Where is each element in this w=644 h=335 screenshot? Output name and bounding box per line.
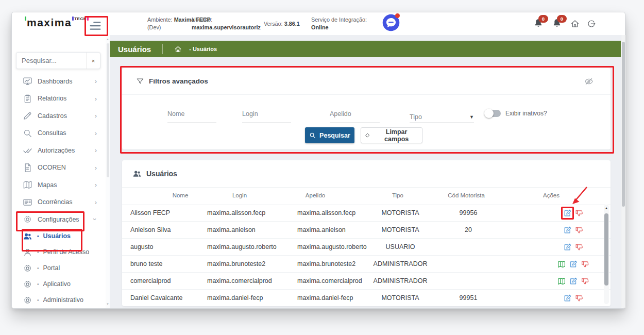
map-icon[interactable] xyxy=(557,277,566,286)
sidebar-search-input[interactable] xyxy=(16,57,86,64)
edit-icon[interactable] xyxy=(569,277,578,286)
table-scrollbar-thumb[interactable] xyxy=(604,213,608,286)
page-scrollbar[interactable] xyxy=(621,35,625,308)
maxima-tech-logo: maximaTECH xyxy=(24,16,89,29)
apelido-field[interactable] xyxy=(330,107,380,123)
edit-icon[interactable] xyxy=(563,226,572,234)
sidebar-item-cadastros[interactable]: Cadastros› xyxy=(12,107,106,125)
sidebar-item-relatorios[interactable]: Relatórios› xyxy=(12,90,106,108)
pesquisar-button[interactable]: Pesquisar xyxy=(305,127,354,143)
hide-filters-eye-slash-icon[interactable] xyxy=(584,77,594,86)
logo-text: maxima xyxy=(27,16,72,28)
sidebar-item-mapas[interactable]: Mapas› xyxy=(12,176,106,194)
home-icon[interactable] xyxy=(570,19,580,28)
document-icon xyxy=(23,163,32,173)
users-icon xyxy=(132,169,142,178)
sidebar-search-box: × xyxy=(16,52,100,69)
gear-icon xyxy=(23,214,32,224)
person-icon xyxy=(23,247,32,257)
table-row: Daniel Cavalcantemaxima.daniel-fecpmaxim… xyxy=(122,290,611,306)
column-header-tipo: Tipo xyxy=(392,192,403,198)
thumbs-down-icon[interactable] xyxy=(575,226,584,234)
sidebar-item-ocorrencias[interactable]: Ocorrências› xyxy=(12,194,106,211)
edit-icon[interactable] xyxy=(563,209,572,217)
edit-icon[interactable] xyxy=(563,294,572,303)
tipo-select-value: Tipo xyxy=(410,113,422,121)
gear-icon xyxy=(23,295,32,305)
scroll-up-icon[interactable]: ▲ xyxy=(106,38,110,41)
map-icon[interactable] xyxy=(557,260,566,269)
sidebar: × Dashboards›Relatórios›Cadastros›Consul… xyxy=(12,35,106,308)
tipo-select[interactable]: Tipo ▼ xyxy=(410,107,474,123)
sidebar-item-label: Relatórios xyxy=(38,95,66,102)
cell-apelido: maxima.daniel-fecp xyxy=(297,294,353,301)
main-content: Usuários - Usuários Filtros avançados xyxy=(110,35,621,308)
sidebar-subitem-administrativo[interactable]: •Administrativo xyxy=(12,292,106,308)
cell-tipo: ADMINISTRADOR xyxy=(374,277,428,284)
chart-board-icon xyxy=(23,76,32,86)
logo-tick-indigo xyxy=(72,16,74,21)
sidebar-item-dashboards[interactable]: Dashboards› xyxy=(12,73,106,90)
sidebar-item-configuracoes[interactable]: Configurações› xyxy=(12,211,106,228)
thumbs-down-icon[interactable] xyxy=(581,277,590,286)
exibir-inativos-toggle[interactable] xyxy=(485,110,501,117)
edit-icon[interactable] xyxy=(569,260,578,269)
nome-field[interactable] xyxy=(167,107,216,123)
table-row: bruno testemaxima.brunoteste2maxima.brun… xyxy=(122,256,611,273)
thumbs-down-icon[interactable] xyxy=(575,209,584,217)
row-actions xyxy=(563,205,584,221)
sidebar-subitem-usuarios[interactable]: •Usuários xyxy=(12,228,106,244)
sidebar-toggle-icon[interactable] xyxy=(87,18,104,31)
limpar-campos-button[interactable]: Limpar campos xyxy=(361,127,422,143)
users-icon xyxy=(23,231,32,241)
cell-tipo: MOTORISTA xyxy=(381,209,419,216)
clear-search-icon[interactable]: × xyxy=(86,53,100,69)
sidebar-subitem-portal[interactable]: •Portal xyxy=(12,260,106,276)
sidebar-item-label: Consultas xyxy=(38,129,66,137)
breadcrumb-home-icon[interactable] xyxy=(174,45,182,53)
notification-bell-icon[interactable]: 0 xyxy=(533,18,544,28)
sidebar-subitem-label: Administrativo xyxy=(43,296,84,304)
login-field[interactable] xyxy=(242,107,291,123)
scroll-down-icon[interactable]: ▼ xyxy=(106,303,110,306)
gear-icon xyxy=(23,279,32,289)
thumbs-down-icon[interactable] xyxy=(575,243,584,252)
titlebar-divider xyxy=(162,44,163,54)
sidebar-scrollbar-thumb[interactable] xyxy=(107,43,109,177)
edit-icon[interactable] xyxy=(563,243,572,252)
page-titlebar: Usuários - Usuários xyxy=(110,41,621,57)
row-actions xyxy=(563,290,584,306)
gear-icon xyxy=(23,263,32,273)
thumbs-down-icon[interactable] xyxy=(575,294,584,303)
cell-login: maxima.brunoteste2 xyxy=(207,260,265,267)
map-icon xyxy=(23,180,32,190)
chat-widget-icon[interactable] xyxy=(382,14,400,31)
sidebar-subitem-aplicativo[interactable]: •Aplicativo xyxy=(12,276,106,292)
cell-nome: Alisson FECP xyxy=(130,209,170,216)
row-actions xyxy=(557,256,590,272)
sidebar-item-consultas[interactable]: Consultas› xyxy=(12,125,106,142)
sidebar-nav: Dashboards›Relatórios›Cadastros›Consulta… xyxy=(12,73,106,308)
sidebar-subitem-perfil-de-acesso[interactable]: •Perfil de Acesso xyxy=(12,244,106,260)
thumbs-down-icon[interactable] xyxy=(581,260,590,269)
cell-cod: 20 xyxy=(465,226,472,233)
cell-cod: 99956 xyxy=(460,209,478,216)
page-title: Usuários xyxy=(118,45,151,54)
column-header-acoes: Ações xyxy=(543,192,560,198)
chevron-right-icon: › xyxy=(95,164,97,171)
logout-icon[interactable] xyxy=(587,19,596,28)
sidebar-scrollbar[interactable]: ▲ ▼ xyxy=(106,35,110,308)
sidebar-item-ocoren[interactable]: OCOREN› xyxy=(12,159,106,177)
sidebar-item-autorizacoes[interactable]: Autorizações› xyxy=(12,142,106,159)
cell-nome: bruno teste xyxy=(130,260,163,267)
table-scrollbar[interactable]: ▲ xyxy=(604,205,609,304)
bullet-icon: • xyxy=(37,281,39,287)
version-info: Versão: 3.86.1 xyxy=(264,20,300,28)
chevron-right-icon: › xyxy=(95,112,97,119)
column-header-nome: Nome xyxy=(173,192,189,198)
chevron-right-icon: › xyxy=(95,130,97,137)
page-scrollbar-thumb[interactable] xyxy=(622,42,625,207)
app-window: maximaTECH Ambiente: Maxima FECP (Dev) U… xyxy=(11,12,625,309)
scroll-up-icon[interactable]: ▲ xyxy=(604,206,609,210)
alert-bell-icon[interactable]: 0 xyxy=(552,18,562,28)
